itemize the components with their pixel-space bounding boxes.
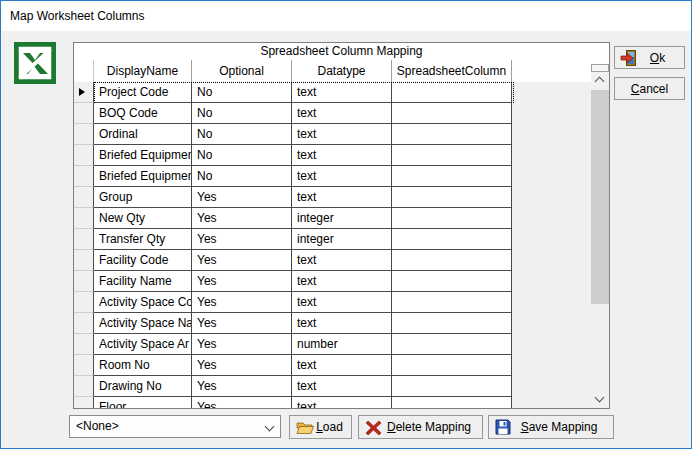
table-row[interactable]: Briefed EquipmenNotext	[74, 145, 591, 166]
cell-datatype[interactable]: text	[292, 166, 392, 187]
row-selector[interactable]	[74, 292, 94, 313]
cell-optional[interactable]: No	[192, 103, 292, 124]
scrollbar-thumb[interactable]	[591, 90, 609, 304]
cell-optional[interactable]: Yes	[192, 208, 292, 229]
cell-datatype[interactable]: text	[292, 250, 392, 271]
cell-spreadsheet[interactable]	[392, 313, 512, 334]
row-selector[interactable]	[74, 82, 94, 103]
table-row[interactable]: Room NoYestext	[74, 355, 591, 376]
table-row[interactable]: Activity Space NaYestext	[74, 313, 591, 334]
cell-spreadsheet[interactable]	[392, 187, 512, 208]
cell-spreadsheet[interactable]	[392, 145, 512, 166]
cell-spreadsheet[interactable]	[392, 103, 512, 124]
cell-spreadsheet[interactable]	[392, 82, 512, 103]
table-row[interactable]: Facility NameYestext	[74, 271, 591, 292]
cell-optional[interactable]: Yes	[192, 187, 292, 208]
cell-datatype[interactable]: text	[292, 313, 392, 334]
row-selector[interactable]	[74, 376, 94, 397]
cell-optional[interactable]: Yes	[192, 397, 292, 408]
row-selector[interactable]	[74, 145, 94, 166]
cell-display[interactable]: Drawing No	[94, 376, 192, 397]
cell-display[interactable]: Activity Space Na	[94, 313, 192, 334]
cancel-button[interactable]: Cancel	[614, 77, 685, 100]
cell-spreadsheet[interactable]	[392, 229, 512, 250]
table-row[interactable]: Drawing NoYestext	[74, 376, 591, 397]
row-selector[interactable]	[74, 166, 94, 187]
table-row[interactable]: FloorYestext	[74, 397, 591, 408]
table-row[interactable]: New QtyYesinteger	[74, 208, 591, 229]
cell-display[interactable]: Facility Name	[94, 271, 192, 292]
cell-optional[interactable]: Yes	[192, 250, 292, 271]
cell-datatype[interactable]: text	[292, 145, 392, 166]
row-selector[interactable]	[74, 124, 94, 145]
cell-optional[interactable]: Yes	[192, 313, 292, 334]
row-selector[interactable]	[74, 103, 94, 124]
cell-optional[interactable]: No	[192, 124, 292, 145]
cell-spreadsheet[interactable]	[392, 334, 512, 355]
cell-display[interactable]: Briefed Equipmen	[94, 166, 192, 187]
cell-datatype[interactable]: text	[292, 376, 392, 397]
row-selector[interactable]	[74, 229, 94, 250]
table-row[interactable]: Transfer QtyYesinteger	[74, 229, 591, 250]
column-header-optional[interactable]: Optional	[192, 60, 292, 82]
cell-spreadsheet[interactable]	[392, 124, 512, 145]
scrollbar-down-button[interactable]	[591, 391, 609, 408]
row-selector[interactable]	[74, 355, 94, 376]
cell-display[interactable]: Room No	[94, 355, 192, 376]
cell-optional[interactable]: No	[192, 166, 292, 187]
table-row[interactable]: GroupYestext	[74, 187, 591, 208]
scrollbar-up-button[interactable]	[591, 72, 609, 89]
table-row[interactable]: Activity Space ArYesnumber	[74, 334, 591, 355]
table-row[interactable]: Facility CodeYestext	[74, 250, 591, 271]
cell-datatype[interactable]: text	[292, 103, 392, 124]
delete-mapping-button[interactable]: Delete Mapping	[358, 415, 483, 439]
cell-datatype[interactable]: text	[292, 271, 392, 292]
cell-optional[interactable]: Yes	[192, 376, 292, 397]
cell-display[interactable]: BOQ Code	[94, 103, 192, 124]
row-selector[interactable]	[74, 334, 94, 355]
load-button[interactable]: Load	[289, 415, 352, 439]
cell-datatype[interactable]: text	[292, 124, 392, 145]
cell-display[interactable]: Project Code	[94, 82, 192, 103]
cell-spreadsheet[interactable]	[392, 292, 512, 313]
cell-display[interactable]: Activity Space Ar	[94, 334, 192, 355]
cell-optional[interactable]: Yes	[192, 229, 292, 250]
table-row[interactable]: Project CodeNotext	[74, 82, 591, 103]
table-row[interactable]: Activity Space CoYestext	[74, 292, 591, 313]
cell-spreadsheet[interactable]	[392, 166, 512, 187]
cell-display[interactable]: Floor	[94, 397, 192, 408]
table-row[interactable]: BOQ CodeNotext	[74, 103, 591, 124]
cell-display[interactable]: Briefed Equipmen	[94, 145, 192, 166]
cell-spreadsheet[interactable]	[392, 355, 512, 376]
ok-button[interactable]: Ok	[614, 46, 685, 69]
row-selector[interactable]	[74, 397, 94, 408]
save-mapping-button[interactable]: Save Mapping	[488, 415, 614, 439]
cell-optional[interactable]: No	[192, 82, 292, 103]
cell-optional[interactable]: Yes	[192, 271, 292, 292]
cell-datatype[interactable]: integer	[292, 208, 392, 229]
cell-datatype[interactable]: text	[292, 187, 392, 208]
table-row[interactable]: Briefed EquipmenNotext	[74, 166, 591, 187]
cell-display[interactable]: Activity Space Co	[94, 292, 192, 313]
cell-datatype[interactable]: text	[292, 82, 392, 103]
cell-datatype[interactable]: integer	[292, 229, 392, 250]
cell-display[interactable]: Facility Code	[94, 250, 192, 271]
column-header-datatype[interactable]: Datatype	[292, 60, 392, 82]
cell-spreadsheet[interactable]	[392, 271, 512, 292]
row-selector[interactable]	[74, 187, 94, 208]
title-bar[interactable]: Map Worksheet Columns	[1, 1, 691, 31]
cell-optional[interactable]: Yes	[192, 355, 292, 376]
cell-display[interactable]: Ordinal	[94, 124, 192, 145]
cell-spreadsheet[interactable]	[392, 250, 512, 271]
cell-spreadsheet[interactable]	[392, 208, 512, 229]
cell-datatype[interactable]: number	[292, 334, 392, 355]
cell-datatype[interactable]: text	[292, 397, 392, 408]
cell-display[interactable]: Group	[94, 187, 192, 208]
cell-datatype[interactable]: text	[292, 355, 392, 376]
table-row[interactable]: OrdinalNotext	[74, 124, 591, 145]
cell-display[interactable]: New Qty	[94, 208, 192, 229]
cell-datatype[interactable]: text	[292, 292, 392, 313]
column-header-displayname[interactable]: DisplayName	[94, 60, 192, 82]
row-selector[interactable]	[74, 208, 94, 229]
cell-spreadsheet[interactable]	[392, 397, 512, 408]
